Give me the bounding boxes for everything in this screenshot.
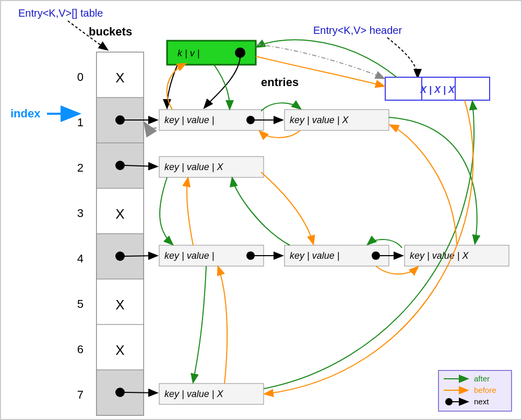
before-arrow-icon bbox=[390, 125, 457, 244]
after-arrow-icon bbox=[160, 177, 172, 244]
legend-box: after before next bbox=[438, 370, 512, 411]
entry-label: key | value | X bbox=[290, 115, 349, 125]
bucket-empty-mark: X bbox=[115, 342, 124, 358]
entry-next-dot-icon bbox=[246, 251, 255, 260]
bucket-row: 5 X bbox=[77, 279, 144, 325]
before-arrows bbox=[167, 56, 473, 394]
buckets-column: 0 X 1 2 3 X 4 5 X 6 bbox=[77, 52, 144, 415]
before-arrow-icon bbox=[260, 130, 300, 138]
entry-label: key | value | X bbox=[164, 162, 223, 172]
entry-box: key | value | bbox=[159, 245, 264, 266]
bucket-index-label: 6 bbox=[77, 343, 84, 356]
bucket-next-dot-icon bbox=[115, 115, 125, 125]
entry-label: key | value | X bbox=[164, 389, 223, 399]
entry-box: key | value | bbox=[159, 110, 264, 130]
legend-after: after bbox=[474, 374, 490, 383]
before-arrow-icon bbox=[376, 266, 418, 274]
entry-label: key | value | bbox=[164, 115, 214, 125]
bucket-index-label: 0 bbox=[77, 70, 84, 83]
legend-next: next bbox=[474, 397, 489, 406]
entries-title: entries bbox=[261, 76, 299, 89]
table-label: Entry<K,V>[] table bbox=[18, 7, 103, 19]
diagram-root: Entry<K,V>[] table buckets entries Entry… bbox=[0, 0, 522, 420]
header-pointer bbox=[387, 38, 418, 77]
header-label: Entry<K,V> header bbox=[313, 25, 402, 36]
svg-point-23 bbox=[445, 398, 453, 405]
bucket-row: 6 X bbox=[77, 325, 144, 370]
entry-box: key | value | X bbox=[405, 245, 509, 266]
bucket-index-label: 1 bbox=[77, 116, 84, 129]
after-arrow-icon bbox=[193, 266, 206, 382]
entry-box: key | value | X bbox=[159, 383, 264, 404]
bucket-next-dot-icon bbox=[115, 251, 125, 261]
entry-label: key | value | bbox=[164, 250, 214, 261]
next-arrow-icon bbox=[125, 256, 157, 256]
entry-box: key | value | X bbox=[284, 110, 389, 130]
bucket-index-label: 4 bbox=[77, 252, 84, 265]
bucket-next-dot-icon bbox=[115, 161, 125, 170]
entry-next-dot-icon bbox=[235, 47, 245, 58]
before-arrow-icon bbox=[261, 172, 313, 244]
entry-box: key | value | bbox=[284, 245, 389, 266]
bucket-empty-mark: X bbox=[115, 206, 124, 222]
bucket-index-label: 3 bbox=[77, 207, 84, 220]
legend-before: before bbox=[474, 386, 496, 394]
bucket-empty-mark: X bbox=[115, 297, 124, 313]
entry-next-dot-icon bbox=[372, 251, 380, 260]
bucket-index-label: 7 bbox=[77, 388, 84, 401]
bucket-empty-mark: X bbox=[115, 70, 124, 86]
index-label: index bbox=[10, 107, 41, 120]
next-arrow-icon bbox=[125, 392, 157, 393]
header-content: X | X | X bbox=[420, 85, 455, 95]
bucket-next-dot-icon bbox=[115, 388, 125, 397]
entry-box: key | value | X bbox=[159, 157, 264, 177]
entry-highlight: k | v | bbox=[167, 41, 256, 65]
before-arrow-icon bbox=[218, 267, 227, 383]
bucket-row: 0 X bbox=[77, 52, 144, 98]
before-arrow-icon bbox=[187, 178, 193, 245]
entry-kv-label: k | v | bbox=[177, 48, 199, 58]
after-arrow-icon bbox=[214, 65, 230, 109]
after-arrow-icon bbox=[232, 178, 290, 245]
bucket-row: 3 X bbox=[77, 188, 144, 234]
bucket-index-label: 2 bbox=[77, 161, 84, 174]
grey-arrow-icon bbox=[145, 124, 157, 128]
header-box: X | X | X bbox=[385, 77, 490, 100]
after-arrow-icon bbox=[257, 40, 397, 77]
entry-label: key | value | X bbox=[410, 250, 469, 261]
entry-label: key | value | bbox=[290, 250, 339, 261]
buckets-title: buckets bbox=[89, 25, 132, 38]
bucket-index-label: 5 bbox=[77, 297, 84, 310]
entry-next-dot-icon bbox=[246, 116, 255, 124]
